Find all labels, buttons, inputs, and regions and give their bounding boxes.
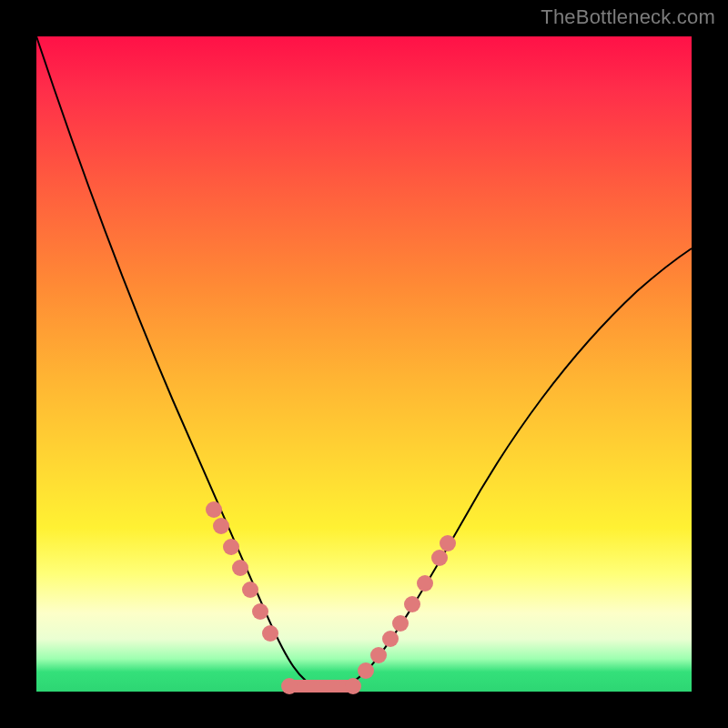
svg-point-10 [392, 615, 409, 632]
svg-point-14 [440, 535, 456, 551]
svg-point-13 [431, 550, 448, 566]
plot-area [36, 36, 692, 692]
svg-point-7 [358, 662, 374, 679]
svg-point-4 [242, 581, 258, 598]
marker-bottom-segment [281, 678, 361, 694]
svg-point-9 [382, 631, 399, 647]
svg-point-3 [232, 560, 248, 576]
svg-point-5 [252, 603, 268, 620]
svg-point-1 [213, 518, 229, 534]
chart-frame: TheBottleneck.com [0, 0, 728, 728]
watermark-text: TheBottleneck.com [541, 5, 715, 29]
svg-point-17 [345, 678, 361, 694]
marker-beads-left [206, 501, 278, 642]
svg-point-16 [281, 678, 298, 694]
marker-beads-right [358, 535, 456, 679]
svg-point-2 [223, 539, 239, 555]
curve-path [36, 36, 692, 689]
bottleneck-curve [36, 36, 692, 692]
svg-point-6 [262, 625, 278, 642]
svg-point-8 [370, 647, 387, 663]
svg-point-11 [404, 596, 420, 612]
svg-point-12 [417, 575, 433, 592]
svg-point-0 [206, 501, 222, 518]
